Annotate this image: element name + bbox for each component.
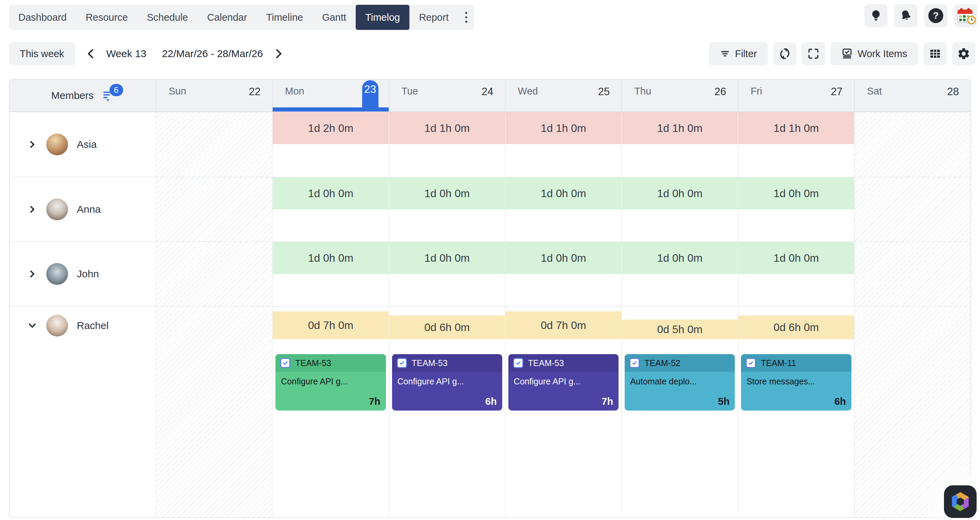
- day-cell: 1d 0h 0m: [621, 178, 738, 241]
- time-summary[interactable]: 1d 1h 0m: [738, 112, 854, 144]
- time-summary[interactable]: 0d 5h 0m: [622, 319, 738, 339]
- fullscreen-button[interactable]: [802, 42, 825, 65]
- time-summary[interactable]: 1d 0h 0m: [622, 178, 738, 209]
- member-name: Asia: [77, 139, 97, 150]
- tab-gantt[interactable]: Gantt: [312, 5, 356, 30]
- task-card[interactable]: TEAM-53 Configure API g... 7h: [508, 354, 619, 411]
- notifications-button[interactable]: [894, 4, 918, 27]
- task-hours: 6h: [834, 396, 846, 407]
- task-checkbox-icon[interactable]: [280, 358, 290, 368]
- time-summary[interactable]: 1d 0h 0m: [506, 242, 621, 274]
- lightbulb-icon: [869, 9, 883, 22]
- more-menu-icon[interactable]: [458, 5, 474, 30]
- day-cell: 1d 0h 0m: [738, 242, 854, 306]
- task-card[interactable]: TEAM-53 Configure API g... 6h: [392, 354, 502, 411]
- time-summary[interactable]: 1d 1h 0m: [622, 112, 738, 144]
- week-date-range: 22/Mar/26 - 28/Mar/26: [162, 48, 263, 59]
- member-cell[interactable]: Asia: [10, 112, 156, 177]
- timelog-grid: Members 6 Sun22 Mon23 23 Tue24 Wed25: [9, 79, 971, 518]
- tab-timelog[interactable]: Timelog: [356, 5, 409, 30]
- sync-button[interactable]: [773, 42, 796, 65]
- members-header-label: Members: [51, 90, 94, 101]
- prev-week-button[interactable]: [85, 46, 97, 62]
- day-cell: 1d 1h 0m: [389, 112, 505, 177]
- expand-chevron-icon[interactable]: [27, 140, 37, 149]
- day-cell: 0d 7h 0m TEAM-53 Configure API g... 7h: [272, 306, 388, 517]
- task-hours: 7h: [601, 396, 613, 407]
- time-summary[interactable]: 1d 0h 0m: [389, 242, 505, 274]
- day-cell: 1d 1h 0m: [621, 112, 738, 177]
- time-summary[interactable]: 1d 0h 0m: [273, 242, 388, 274]
- tab-schedule[interactable]: Schedule: [137, 5, 197, 30]
- members-count-badge: 6: [110, 84, 123, 96]
- tab-calendar[interactable]: Calendar: [197, 5, 257, 30]
- fullscreen-icon: [807, 48, 819, 60]
- time-summary[interactable]: 1d 0h 0m: [738, 242, 854, 274]
- grid-header-row: Members 6 Sun22 Mon23 23 Tue24 Wed25: [10, 79, 970, 112]
- weekend-cell: [156, 306, 272, 517]
- time-summary[interactable]: 1d 2h 0m: [273, 112, 388, 144]
- task-card[interactable]: TEAM-52 Automate deplo... 5h: [625, 354, 735, 411]
- members-filter-icon[interactable]: 6: [103, 89, 114, 101]
- time-summary[interactable]: 0d 6h 0m: [738, 315, 854, 339]
- work-items-button[interactable]: Work Items: [830, 42, 918, 65]
- task-checkbox-icon[interactable]: [513, 358, 523, 368]
- weekend-cell: [156, 112, 272, 177]
- member-row-rachel: Rachel 0d 7h 0m TEAM-53 Configure API g.…: [10, 306, 970, 517]
- time-summary[interactable]: 0d 7h 0m: [273, 311, 388, 339]
- time-summary[interactable]: 1d 1h 0m: [506, 112, 621, 144]
- app-launcher-button[interactable]: [954, 4, 977, 27]
- weekend-cell: [156, 242, 272, 306]
- task-checkbox-icon[interactable]: [746, 358, 756, 368]
- task-card[interactable]: TEAM-53 Configure API g... 7h: [275, 354, 386, 411]
- table-view-button[interactable]: [924, 42, 947, 65]
- members-header-cell: Members 6: [10, 79, 156, 111]
- day-header-sat: Sat28: [854, 79, 970, 111]
- member-cell[interactable]: Anna: [10, 178, 156, 241]
- expand-chevron-icon[interactable]: [27, 269, 37, 279]
- help-icon: ?: [928, 8, 943, 23]
- task-card[interactable]: TEAM-11 Store messages... 6h: [741, 354, 851, 411]
- time-summary[interactable]: 1d 0h 0m: [389, 178, 505, 209]
- day-cell: 0d 5h 0m TEAM-52 Automate deplo... 5h: [621, 306, 738, 517]
- this-week-button[interactable]: This week: [9, 42, 75, 65]
- help-button[interactable]: ?: [924, 4, 947, 27]
- time-summary[interactable]: 1d 0h 0m: [506, 178, 621, 209]
- filter-button[interactable]: Filter: [709, 42, 767, 65]
- task-key: TEAM-11: [760, 358, 796, 368]
- time-summary[interactable]: 1d 0h 0m: [738, 178, 854, 209]
- time-summary[interactable]: 1d 1h 0m: [389, 112, 505, 144]
- tab-timeline[interactable]: Timeline: [257, 5, 313, 30]
- day-cell: 0d 7h 0m TEAM-53 Configure API g... 7h: [505, 306, 621, 517]
- day-header-fri: Fri27: [738, 79, 854, 111]
- day-header-tue: Tue24: [389, 79, 505, 111]
- settings-button[interactable]: [952, 42, 975, 65]
- task-checkbox-icon[interactable]: [629, 358, 640, 368]
- next-week-button[interactable]: [272, 46, 285, 62]
- member-name: Rachel: [77, 320, 108, 331]
- work-items-icon: [841, 48, 853, 59]
- weekend-cell: [156, 178, 272, 241]
- assistant-launcher-button[interactable]: [944, 485, 977, 518]
- task-checkbox-icon[interactable]: [397, 358, 407, 368]
- time-summary[interactable]: 0d 7h 0m: [506, 311, 621, 339]
- task-key: TEAM-52: [644, 358, 681, 368]
- time-summary[interactable]: 1d 0h 0m: [273, 178, 388, 209]
- collapse-chevron-icon[interactable]: [27, 320, 37, 331]
- toolbar: This week Week 13 22/Mar/26 - 28/Mar/26 …: [9, 41, 975, 67]
- tab-report[interactable]: Report: [409, 5, 458, 30]
- task-key: TEAM-53: [528, 358, 564, 368]
- day-cell: 1d 0h 0m: [389, 242, 505, 306]
- day-cell: 1d 0h 0m: [389, 178, 505, 241]
- day-cell: 1d 1h 0m: [505, 112, 621, 177]
- member-cell[interactable]: John: [10, 242, 156, 306]
- time-summary[interactable]: 0d 6h 0m: [389, 315, 505, 339]
- time-summary[interactable]: 1d 0h 0m: [622, 242, 738, 274]
- member-cell[interactable]: Rachel: [10, 306, 156, 517]
- hexagon-logo-icon: [951, 492, 970, 511]
- expand-chevron-icon[interactable]: [27, 204, 37, 214]
- lightbulb-button[interactable]: [864, 4, 888, 27]
- tab-dashboard[interactable]: Dashboard: [9, 5, 76, 30]
- member-row-john: John 1d 0h 0m 1d 0h 0m 1d 0h 0m 1d 0h 0m…: [10, 241, 970, 306]
- tab-resource[interactable]: Resource: [76, 5, 137, 30]
